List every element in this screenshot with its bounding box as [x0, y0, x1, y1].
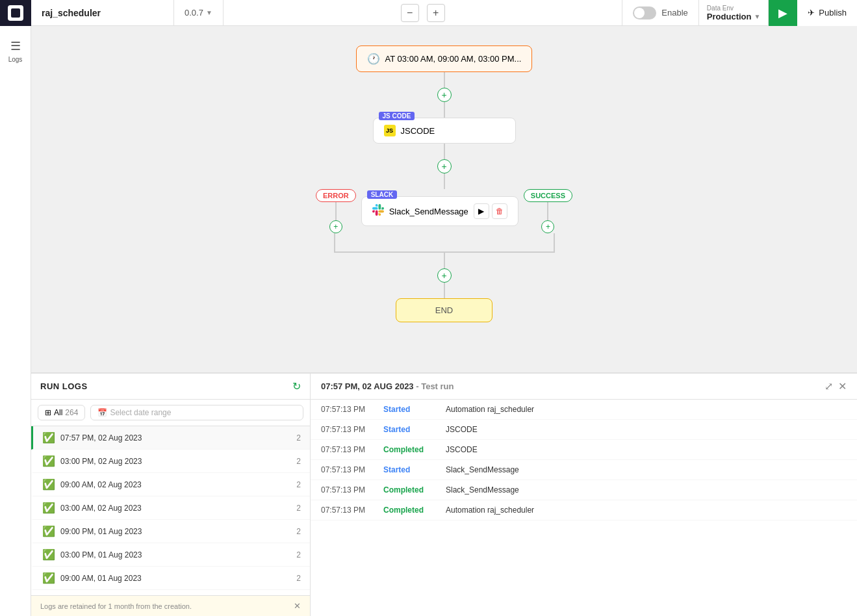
log-message: Automation raj_scheduler [446, 506, 534, 515]
slack-logo [372, 204, 384, 219]
zoom-in-button[interactable]: + [427, 4, 445, 22]
run-log-success-icon: ✅ [42, 455, 55, 467]
zoom-out-button[interactable]: − [401, 4, 419, 22]
add-node-button-1[interactable]: + [437, 88, 452, 102]
run-logs-footer: Logs are retained for 1 month from the c… [31, 595, 310, 616]
log-time: 07:57:13 PM [321, 425, 373, 434]
run-log-success-icon: ✅ [42, 478, 55, 491]
log-detail-actions: ⤢ ✕ [825, 380, 847, 392]
run-log-count: 2 [296, 433, 301, 443]
connector-line [444, 283, 445, 298]
run-log-item[interactable]: ✅ 03:00 PM, 01 Aug 2023 2 [31, 543, 310, 567]
run-logs-panel: RUN LOGS ↻ ⊞ All 264 📅 Select date range… [31, 374, 311, 616]
run-log-count: 2 [296, 457, 301, 466]
run-logs-title: RUN LOGS [40, 381, 88, 391]
error-badge: ERROR [316, 189, 356, 202]
log-status: Started [383, 465, 435, 474]
version-selector[interactable]: 0.0.7 ▼ [174, 0, 224, 26]
enable-toggle[interactable]: Enable [622, 0, 698, 26]
run-button[interactable]: ▶ [769, 0, 797, 26]
data-env-value: Production ▼ [707, 12, 761, 21]
run-log-item[interactable]: ✅ 09:00 PM, 01 Aug 2023 2 [31, 520, 310, 543]
add-node-button-3[interactable]: + [437, 268, 452, 283]
success-line [547, 202, 548, 220]
calendar-icon: 📅 [97, 408, 107, 417]
log-row: 07:57:13 PM Completed Slack_SendMessage [311, 480, 857, 500]
connector-line [444, 102, 445, 118]
delete-node-button[interactable]: 🗑 [492, 203, 507, 219]
log-detail-title: 07:57 PM, 02 AUG 2023 - Test run [321, 381, 454, 391]
bottom-panel: RUN LOGS ↻ ⊞ All 264 📅 Select date range… [31, 372, 857, 616]
run-log-success-icon: ✅ [42, 431, 55, 444]
run-log-count: 2 [296, 527, 301, 536]
version-chevron-icon: ▼ [206, 9, 212, 16]
run-log-count: 2 [296, 550, 301, 559]
enable-label: Enable [661, 8, 687, 18]
log-detail-panel: 07:57 PM, 02 AUG 2023 - Test run ⤢ ✕ 07:… [311, 374, 857, 616]
expand-button[interactable]: ⤢ [825, 380, 833, 392]
log-detail-table: 07:57:13 PM Started Automation raj_sched… [311, 400, 857, 616]
add-node-button-2[interactable]: + [437, 159, 452, 173]
slack-node[interactable]: SLACK [361, 196, 518, 226]
log-message: Slack_SendMessage [446, 465, 519, 474]
jscode-node[interactable]: JS CODE JS JSCODE [373, 118, 516, 144]
run-log-item[interactable]: ✅ 03:00 PM, 02 Aug 2023 2 [31, 450, 310, 473]
data-env-selector[interactable]: Data Env Production ▼ [699, 0, 769, 26]
log-status: Completed [383, 445, 435, 454]
log-message: Automation raj_scheduler [446, 405, 534, 414]
connector-line [444, 253, 445, 268]
run-log-time: 03:00 PM, 01 Aug 2023 [60, 550, 291, 559]
filter-date-button[interactable]: 📅 Select date range [90, 405, 303, 420]
close-log-detail-button[interactable]: ✕ [838, 380, 847, 392]
run-log-success-icon: ✅ [42, 548, 55, 561]
add-success-button[interactable]: + [541, 220, 554, 233]
log-time: 07:57:13 PM [321, 405, 373, 414]
error-branch: ERROR + [316, 189, 356, 233]
run-log-count: 2 [296, 504, 301, 513]
run-log-item[interactable]: ✅ 07:57 PM, 02 Aug 2023 2 [31, 426, 310, 450]
play-node-button[interactable]: ▶ [474, 203, 489, 219]
log-status: Completed [383, 506, 435, 515]
add-error-button[interactable]: + [329, 220, 342, 233]
toggle-track[interactable] [633, 6, 656, 19]
workflow-canvas[interactable]: 🕐 AT 03:00 AM, 09:00 AM, 03:00 PM... + J… [31, 26, 857, 372]
run-log-time: 03:00 PM, 02 Aug 2023 [60, 457, 291, 466]
run-log-item[interactable]: ✅ 09:00 AM, 01 Aug 2023 2 [31, 567, 310, 590]
log-status: Started [383, 405, 435, 414]
app-title: raj_scheduler [31, 0, 174, 26]
slack-center: SLACK [361, 196, 518, 226]
refresh-button[interactable]: ↻ [292, 380, 301, 392]
publish-button[interactable]: ✈ Publish [797, 0, 857, 26]
filter-all-button[interactable]: ⊞ All 264 [38, 405, 85, 420]
footer-message: Logs are retained for 1 month from the c… [40, 602, 192, 610]
log-row: 07:57:13 PM Started Slack_SendMessage [311, 460, 857, 480]
connector-line [444, 72, 445, 88]
sidebar-item-logs[interactable]: ☰ Logs [0, 34, 31, 68]
log-message: Slack_SendMessage [446, 485, 519, 494]
run-log-time: 07:57 PM, 02 Aug 2023 [60, 433, 291, 443]
jscode-badge: JS CODE [379, 112, 415, 120]
run-log-item[interactable]: ✅ 03:00 AM, 02 Aug 2023 2 [31, 496, 310, 520]
log-detail-header: 07:57 PM, 02 AUG 2023 - Test run ⤢ ✕ [311, 374, 857, 400]
run-log-time: 09:00 AM, 01 Aug 2023 [60, 574, 291, 583]
topbar-right: Enable Data Env Production ▼ ▶ ✈ Publish [622, 0, 857, 26]
run-log-success-icon: ✅ [42, 572, 55, 584]
slack-row: ERROR + SLACK [282, 189, 607, 233]
log-status: Started [383, 425, 435, 434]
run-log-item[interactable]: ✅ 09:00 AM, 02 Aug 2023 2 [31, 473, 310, 496]
logs-icon: ☰ [10, 39, 21, 53]
canvas-inner: 🕐 AT 03:00 AM, 09:00 AM, 03:00 PM... + J… [31, 26, 857, 372]
run-log-count: 2 [296, 574, 301, 583]
footer-close-button[interactable]: ✕ [294, 601, 301, 611]
node-actions: ▶ 🗑 [474, 203, 507, 219]
log-row: 07:57:13 PM Completed Automation raj_sch… [311, 500, 857, 520]
trigger-node[interactable]: 🕐 AT 03:00 AM, 09:00 AM, 03:00 PM... [356, 45, 533, 72]
log-time: 07:57:13 PM [321, 506, 373, 515]
log-time: 07:57:13 PM [321, 465, 373, 474]
sidebar: ☰ Logs [0, 26, 31, 616]
topbar: raj_scheduler 0.0.7 ▼ − + Enable Data En… [0, 0, 857, 26]
log-row: 07:57:13 PM Completed JSCODE [311, 440, 857, 460]
branch-merge [334, 233, 555, 253]
run-log-success-icon: ✅ [42, 502, 55, 514]
run-log-time: 09:00 AM, 02 Aug 2023 [60, 480, 291, 489]
